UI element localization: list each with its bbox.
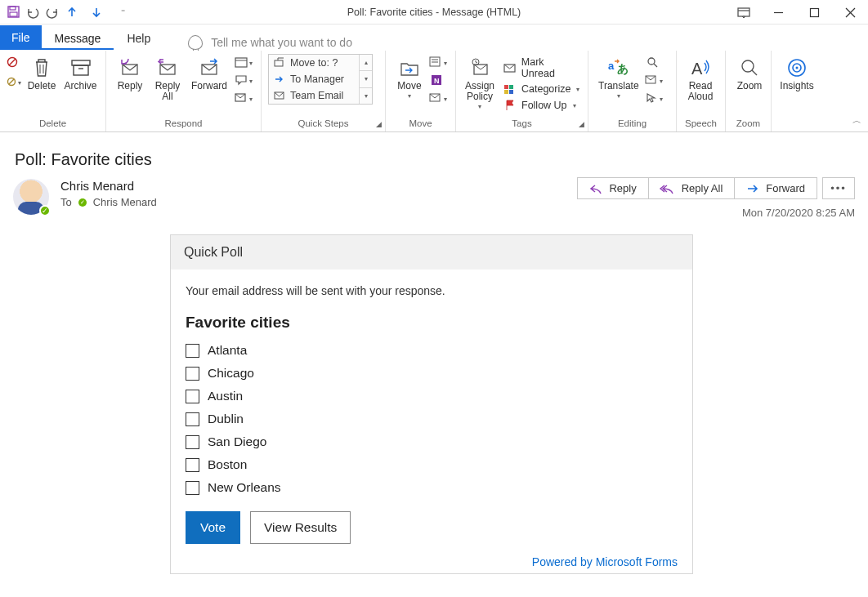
- maximize-button[interactable]: [796, 0, 832, 25]
- poll-option[interactable]: Austin: [186, 389, 678, 403]
- poll-option[interactable]: Chicago: [186, 366, 678, 381]
- svg-text:▾: ▾: [249, 96, 253, 103]
- meeting-icon[interactable]: ▾: [235, 56, 250, 69]
- svg-line-41: [476, 62, 477, 63]
- reply-all-button[interactable]: Reply All: [150, 54, 185, 102]
- mark-unread-button[interactable]: Mark Unread: [500, 56, 582, 80]
- powered-by-link[interactable]: Powered by Microsoft Forms: [532, 555, 678, 568]
- redo-icon[interactable]: [44, 4, 60, 20]
- close-button[interactable]: [832, 0, 868, 25]
- checkbox-icon[interactable]: [186, 367, 199, 381]
- previous-item-icon[interactable]: [64, 4, 80, 20]
- ribbon-display-options-icon[interactable]: [731, 0, 757, 25]
- dialog-launcher-icon[interactable]: ◢: [579, 120, 584, 128]
- quick-step-item[interactable]: Move to: ?: [269, 55, 359, 71]
- vote-button[interactable]: Vote: [186, 511, 240, 544]
- poll-note: Your email address will be sent with you…: [186, 284, 678, 297]
- save-icon[interactable]: [5, 4, 21, 20]
- svg-line-10: [9, 59, 16, 65]
- message-actions: Reply Reply All Forward •••: [578, 177, 855, 199]
- quick-access-toolbar: ⁼: [0, 4, 131, 20]
- quick-step-item[interactable]: To Manager: [269, 71, 359, 87]
- more-respond-icon[interactable]: ▾: [235, 91, 250, 105]
- reply-button[interactable]: Reply: [113, 54, 147, 91]
- select-icon[interactable]: ▾: [646, 91, 660, 105]
- ribbon: ▾ Delete Archive Delete Reply Reply All: [0, 51, 868, 132]
- move-button[interactable]: Move ▾: [392, 54, 427, 100]
- archive-button[interactable]: Archive: [62, 54, 99, 91]
- window-controls: [760, 0, 868, 25]
- onenote-icon[interactable]: N: [430, 74, 445, 87]
- more-actions-button[interactable]: •••: [822, 177, 855, 199]
- svg-line-12: [9, 79, 14, 84]
- forward-button[interactable]: Forward: [188, 54, 230, 91]
- svg-rect-3: [738, 8, 749, 16]
- group-label-tags: Tags◢: [463, 116, 581, 131]
- reply-all-action-button[interactable]: Reply All: [648, 177, 736, 199]
- message-timestamp: Mon 7/20/2020 8:25 AM: [742, 207, 855, 219]
- svg-rect-17: [74, 65, 88, 75]
- tab-help[interactable]: Help: [114, 27, 163, 50]
- collapse-ribbon-icon[interactable]: ︿: [852, 114, 861, 127]
- junk-icon[interactable]: ▾: [7, 75, 21, 88]
- svg-point-59: [796, 67, 799, 69]
- im-icon[interactable]: ▾: [235, 74, 250, 87]
- group-label-respond: Respond: [113, 116, 254, 131]
- checkbox-icon[interactable]: [186, 481, 199, 495]
- poll-option[interactable]: San Diego: [186, 434, 678, 449]
- qat-customize-icon[interactable]: ⁼: [114, 4, 131, 20]
- minimize-button[interactable]: [760, 0, 796, 25]
- delete-button[interactable]: Delete: [25, 54, 59, 91]
- insights-button[interactable]: Insights: [778, 54, 816, 91]
- translate-button[interactable]: aあ Translate ▾: [595, 54, 642, 100]
- trash-icon: [30, 56, 53, 79]
- read-aloud-icon: A: [689, 56, 712, 79]
- ignore-icon[interactable]: [7, 56, 21, 69]
- svg-point-49: [648, 58, 655, 65]
- categorize-button[interactable]: Categorize▾: [500, 82, 582, 96]
- poll-option[interactable]: Atlanta: [186, 343, 678, 358]
- checkbox-icon[interactable]: [186, 412, 199, 426]
- quick-step-item[interactable]: Team Email: [269, 87, 359, 104]
- svg-rect-45: [504, 90, 508, 94]
- svg-rect-16: [72, 60, 90, 65]
- checkbox-icon[interactable]: [186, 435, 199, 449]
- read-aloud-button[interactable]: A Read Aloud: [683, 54, 718, 102]
- follow-up-button[interactable]: Follow Up▾: [500, 98, 582, 113]
- categorize-icon: [503, 82, 517, 96]
- zoom-button[interactable]: Zoom: [732, 54, 767, 91]
- tell-me-search[interactable]: Tell me what you want to do: [211, 36, 352, 49]
- presence-available-icon: ✓: [39, 205, 51, 216]
- tab-file[interactable]: File: [0, 25, 42, 50]
- checkbox-icon[interactable]: [186, 344, 199, 358]
- view-results-button[interactable]: View Results: [250, 511, 351, 544]
- checkbox-icon[interactable]: [186, 390, 199, 403]
- undo-icon[interactable]: [25, 4, 41, 20]
- poll-option[interactable]: New Orleans: [186, 480, 678, 495]
- assign-policy-button[interactable]: Assign Policy ▾: [463, 54, 497, 110]
- reply-action-button[interactable]: Reply: [577, 177, 648, 199]
- quick-steps-gallery[interactable]: Move to: ? To Manager Team Email ▴▾▾: [268, 54, 373, 105]
- dialog-launcher-icon[interactable]: ◢: [376, 120, 382, 128]
- assign-policy-icon: [468, 56, 491, 79]
- translate-icon: aあ: [607, 56, 630, 79]
- find-icon[interactable]: [646, 56, 660, 69]
- forward-action-button[interactable]: Forward: [734, 177, 817, 199]
- to-recipient[interactable]: Chris Menard: [93, 196, 157, 208]
- tab-message[interactable]: Message: [42, 27, 114, 50]
- to-label: To: [60, 196, 72, 208]
- quick-poll-card: Quick Poll Your email address will be se…: [170, 234, 693, 574]
- related-icon[interactable]: ▾: [646, 74, 660, 87]
- poll-option[interactable]: Boston: [186, 457, 678, 472]
- next-item-icon[interactable]: [88, 4, 105, 20]
- group-label-editing: Editing: [595, 116, 669, 131]
- gallery-scroll[interactable]: ▴▾▾: [359, 55, 372, 104]
- actions-icon[interactable]: ▾: [430, 91, 445, 105]
- flag-icon: [503, 99, 517, 112]
- checkbox-icon[interactable]: [186, 458, 199, 472]
- svg-text:▾: ▾: [444, 96, 447, 103]
- rules-icon[interactable]: ▾: [430, 56, 445, 69]
- zoom-icon: [738, 56, 761, 79]
- svg-text:あ: あ: [617, 62, 629, 75]
- poll-option[interactable]: Dublin: [186, 412, 678, 426]
